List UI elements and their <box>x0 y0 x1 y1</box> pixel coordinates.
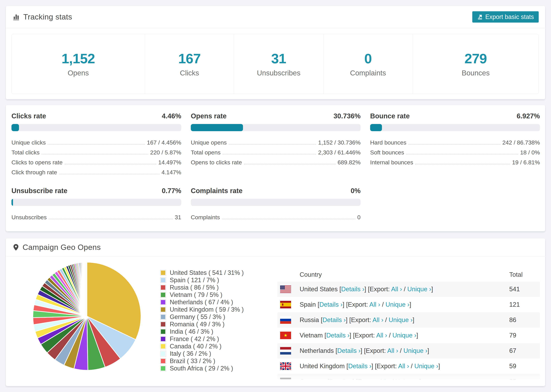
details-link[interactable]: Details › <box>348 363 372 370</box>
details-link[interactable]: Details › <box>341 286 365 293</box>
rate-detail-row: Unique clicks167 / 4.456% <box>11 136 181 146</box>
export-unique-link[interactable]: Unique › <box>386 301 410 308</box>
opens-rate-progressbar <box>191 124 360 131</box>
export-unique-link[interactable]: Unique › <box>407 286 431 293</box>
rate-detail-row: Internal bounces19 / 6.81% <box>370 156 540 166</box>
details-link[interactable]: Details › <box>323 316 346 323</box>
legend-label: Canada ( 40 / 2% ) <box>170 343 221 350</box>
export-unique-link[interactable]: Unique › <box>403 347 427 354</box>
legend-swatch <box>160 292 166 298</box>
rate-detail-label: Click through rate <box>11 169 57 176</box>
export-icon <box>477 14 483 20</box>
export-basic-stats-button[interactable]: Export basic stats <box>472 11 539 23</box>
country-name: Vietnam <box>300 332 325 339</box>
geo-table-row: Spain [Details ›] [Export: All › / Uniqu… <box>277 297 540 312</box>
table-bottom-cover <box>6 380 545 386</box>
stat-cell-bounces: 279 Bounces <box>413 34 538 94</box>
legend-item: Russia ( 86 / 5% ) <box>160 284 244 291</box>
legend-label: France ( 42 / 2% ) <box>170 335 219 343</box>
row-total: 79 <box>509 332 516 339</box>
complaints-rate-panel: Complaints rate 0% Complaints0 <box>191 187 360 221</box>
legend-item: Vietnam ( 79 / 5% ) <box>160 291 244 298</box>
dotted-leader <box>65 164 156 164</box>
map-pin-icon <box>12 243 20 251</box>
rate-detail-label: Total opens <box>191 149 221 156</box>
complaints-rate-progressbar <box>191 199 360 206</box>
progress-fill <box>191 124 243 131</box>
dotted-leader <box>48 144 145 145</box>
rate-detail-row: Click through rate4.147% <box>11 166 181 176</box>
row-total: 59 <box>509 363 516 370</box>
progress-fill <box>370 124 382 131</box>
legend-label: United States ( 541 / 31% ) <box>170 269 244 276</box>
stat-cell-complaints: 0 Complaints <box>323 34 413 94</box>
bounces-count: 279 <box>464 51 487 67</box>
geo-title: Campaign Geo Opens <box>23 243 101 252</box>
rate-detail-label: Hard bounces <box>370 139 406 146</box>
country-cell: Russia [Details ›] [Export: All › / Uniq… <box>300 316 414 324</box>
bounce-rate-value: 6.927% <box>517 112 540 120</box>
dotted-leader <box>59 174 159 174</box>
geo-opens-pie-chart <box>32 261 142 371</box>
country-name: Netherlands <box>300 347 336 354</box>
bounces-label: Bounces <box>462 69 490 77</box>
legend-item: Italy ( 36 / 2% ) <box>160 350 244 357</box>
rate-detail-label: Unique opens <box>191 139 227 146</box>
geo-table-row: Netherlands [Details ›] [Export: All › /… <box>277 343 540 358</box>
export-unique-link[interactable]: Unique › <box>389 316 413 323</box>
legend-swatch <box>160 277 166 283</box>
export-unique-link[interactable]: Unique › <box>414 363 438 370</box>
rate-detail-value: 242 / 86.738% <box>502 139 540 146</box>
legend-swatch <box>160 365 166 371</box>
rate-detail-label: Internal bounces <box>370 159 413 166</box>
dotted-leader <box>42 154 148 154</box>
clicks-count: 167 <box>178 51 201 67</box>
export-unique-link[interactable]: Unique › <box>392 332 416 339</box>
clicks-rate-title: Clicks rate <box>11 112 46 120</box>
us-flag-icon <box>280 286 291 293</box>
rate-detail-label: Total clicks <box>11 149 40 156</box>
row-total: 121 <box>509 301 520 308</box>
country-cell: Netherlands [Details ›] [Export: All › /… <box>300 347 429 354</box>
details-link[interactable]: Details › <box>326 332 350 339</box>
country-cell: United States [Details ›] [Export: All ›… <box>300 286 433 293</box>
legend-label: Germany ( 55 / 3% ) <box>170 313 225 321</box>
tracking-stats-card: Tracking stats Export basic stats 1,152 … <box>6 6 545 99</box>
rate-detail-value: 31 <box>175 214 181 221</box>
legend-label: United Kingdom ( 59 / 3% ) <box>170 306 244 313</box>
rate-detail-label: Clicks to opens rate <box>11 159 63 166</box>
country-column-header: Country <box>300 271 322 278</box>
stat-cell-opens: 1,152 Opens <box>12 34 145 94</box>
export-all-link[interactable]: All › <box>369 301 380 308</box>
rate-detail-label: Unsubscribes <box>11 214 47 221</box>
gb-flag-icon <box>280 362 291 370</box>
legend-item: France ( 42 / 2% ) <box>160 335 244 343</box>
legend-item: United Kingdom ( 59 / 3% ) <box>160 306 244 313</box>
rate-detail-value: 19 / 6.81% <box>512 159 540 166</box>
export-all-link[interactable]: All › <box>373 316 383 323</box>
dotted-leader <box>49 219 173 219</box>
export-all-link[interactable]: All › <box>398 363 409 370</box>
pie-slice[interactable] <box>87 262 87 316</box>
export-all-link[interactable]: All › <box>376 332 387 339</box>
export-all-link[interactable]: All › <box>391 286 402 293</box>
legend-swatch <box>160 351 166 357</box>
geo-table-row: Vietnam [Details ›] [Export: All › / Uni… <box>277 328 540 343</box>
dotted-leader <box>223 154 316 154</box>
header-divider <box>6 28 545 28</box>
legend-item: Netherlands ( 67 / 4% ) <box>160 298 244 306</box>
rate-detail-value: 0 <box>357 214 360 221</box>
country-cell: Vietnam [Details ›] [Export: All › / Uni… <box>300 332 418 339</box>
export-all-link[interactable]: All › <box>387 347 398 354</box>
rate-detail-value: 689.82% <box>338 159 360 166</box>
row-total: 541 <box>509 286 520 293</box>
opens-label: Opens <box>68 69 89 77</box>
geo-table-header: Country Total <box>277 268 540 281</box>
rate-detail-value: 220 / 5.87% <box>150 149 181 156</box>
details-link[interactable]: Details › <box>337 347 360 354</box>
rate-detail-label: Unique clicks <box>11 139 46 146</box>
legend-item: South Africa ( 29 / 2% ) <box>160 365 244 372</box>
details-link[interactable]: Details › <box>319 301 343 308</box>
clicks-rate-progressbar <box>11 124 181 131</box>
nl-flag-icon <box>280 347 291 355</box>
